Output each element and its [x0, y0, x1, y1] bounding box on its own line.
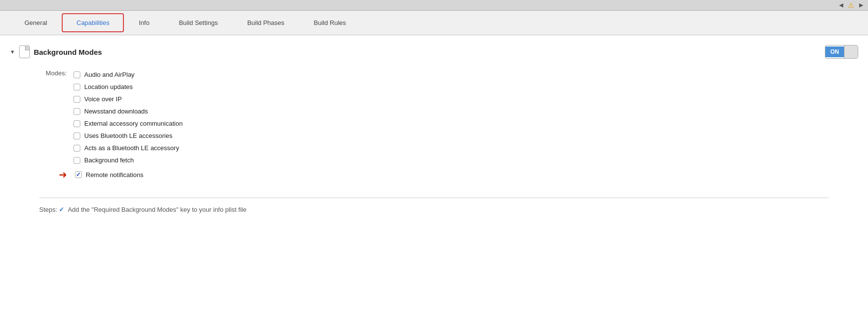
- section-page-icon: [19, 45, 30, 58]
- label-acts-bluetooth-le: Acts as a Bluetooth LE accessory: [84, 144, 179, 152]
- steps-check-icon: ✓: [59, 206, 64, 213]
- label-uses-bluetooth-le: Uses Bluetooth LE accessories: [84, 132, 172, 139]
- tab-build-rules[interactable]: Build Rules: [299, 13, 361, 32]
- red-arrow-icon: ➜: [59, 169, 67, 180]
- top-nav-controls: ◀ ⚠ ▶: [838, 1, 864, 9]
- checkbox-voice-over-ip[interactable]: [73, 96, 80, 103]
- label-voice-over-ip: Voice over IP: [84, 95, 122, 103]
- main-content: ▼ Background Modes ON Modes: Audio and A…: [0, 35, 868, 314]
- modes-label: Modes:: [39, 68, 73, 77]
- checkbox-background-fetch[interactable]: [73, 157, 80, 164]
- nav-prev-icon[interactable]: ◀: [838, 2, 844, 8]
- checkbox-audio-airplay[interactable]: [73, 71, 80, 78]
- mode-item-newsstand-downloads: Newsstand downloads: [73, 105, 183, 117]
- label-external-accessory: External accessory communication: [84, 120, 183, 127]
- modes-container: Modes: Audio and AirPlay Location update…: [10, 68, 858, 193]
- collapse-triangle-icon[interactable]: ▼: [10, 49, 15, 55]
- tab-build-settings[interactable]: Build Settings: [164, 13, 233, 32]
- label-newsstand-downloads: Newsstand downloads: [84, 108, 148, 115]
- section-header: ▼ Background Modes ON: [10, 45, 858, 59]
- checkbox-newsstand-downloads[interactable]: [73, 108, 80, 115]
- toggle-switch[interactable]: ON: [825, 45, 858, 59]
- checkbox-acts-bluetooth-le[interactable]: [73, 145, 80, 152]
- nav-next-icon[interactable]: ▶: [858, 2, 864, 8]
- toggle-on-label[interactable]: ON: [825, 46, 844, 57]
- mode-item-acts-bluetooth-le: Acts as a Bluetooth LE accessory: [73, 142, 183, 154]
- checkbox-external-accessory[interactable]: [73, 120, 80, 127]
- label-audio-airplay: Audio and AirPlay: [84, 71, 135, 78]
- checkbox-uses-bluetooth-le[interactable]: [73, 133, 80, 139]
- mode-item-voice-over-ip: Voice over IP: [73, 93, 183, 105]
- mode-item-audio-airplay: Audio and AirPlay: [73, 68, 183, 81]
- section-title: Background Modes: [34, 48, 102, 56]
- section-divider: [39, 198, 829, 198]
- mode-item-location-updates: Location updates: [73, 81, 183, 93]
- mode-item-background-fetch: Background fetch: [73, 154, 183, 166]
- mode-item-remote-notifications: ➜ Remote notifications: [73, 166, 183, 183]
- modes-row: Modes: Audio and AirPlay Location update…: [39, 68, 858, 183]
- mode-item-uses-bluetooth-le: Uses Bluetooth LE accessories: [73, 130, 183, 142]
- modes-list: Audio and AirPlay Location updates Voice…: [73, 68, 183, 183]
- tab-capabilities[interactable]: Capabilities: [62, 13, 124, 32]
- checkbox-location-updates[interactable]: [73, 84, 80, 90]
- tab-bar: General Capabilities Info Build Settings…: [0, 11, 868, 35]
- section-title-group: ▼ Background Modes: [10, 45, 102, 58]
- tab-info[interactable]: Info: [124, 13, 164, 32]
- checkbox-remote-notifications[interactable]: [75, 171, 82, 178]
- tab-general[interactable]: General: [10, 13, 62, 32]
- steps-description: Add the "Required Background Modes" key …: [68, 206, 246, 213]
- steps-label: Steps:: [39, 206, 57, 213]
- toggle-off-handle[interactable]: [844, 45, 858, 59]
- mode-item-external-accessory: External accessory communication: [73, 117, 183, 130]
- steps-section: Steps: ✓ Add the "Required Background Mo…: [10, 206, 858, 213]
- warning-icon: ⚠: [848, 1, 854, 9]
- tab-build-phases[interactable]: Build Phases: [233, 13, 299, 32]
- label-background-fetch: Background fetch: [84, 157, 134, 164]
- label-location-updates: Location updates: [84, 83, 133, 90]
- top-bar: ◀ ⚠ ▶: [0, 0, 868, 11]
- label-remote-notifications: Remote notifications: [86, 171, 144, 179]
